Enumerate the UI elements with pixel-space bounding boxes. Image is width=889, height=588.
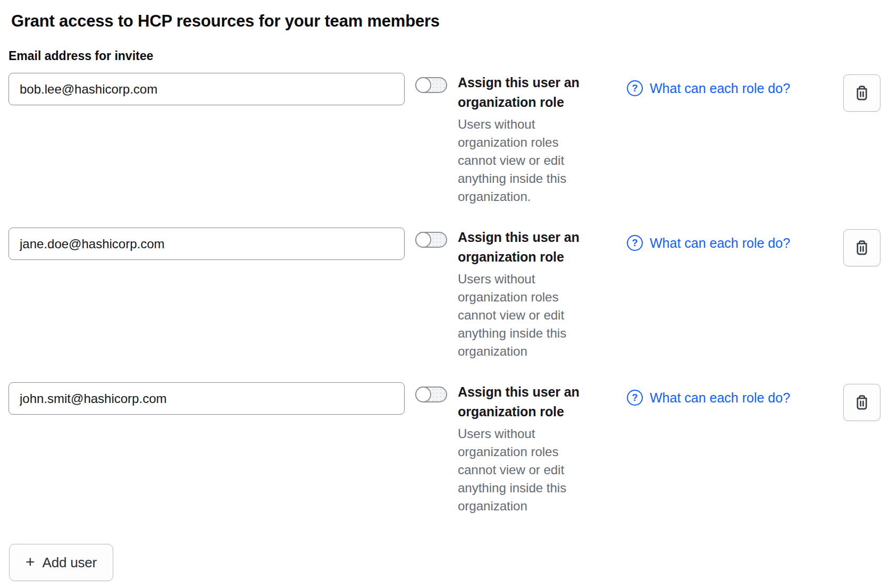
invite-row: Assign this user an organization role Us… [9,382,880,515]
role-help-link[interactable]: ? What can each role do? [627,80,831,96]
delete-row-button[interactable] [843,384,880,421]
assign-role-title: Assign this user an organization role [458,382,597,422]
assign-role-description: Users without organization roles cannot … [458,115,597,206]
assign-role-title: Assign this user an organization role [458,73,597,112]
question-circle-icon: ? [627,80,643,96]
org-role-toggle[interactable] [415,387,447,402]
role-help-label: What can each role do? [650,390,790,406]
toggle-knob-icon [415,387,431,402]
add-user-button[interactable]: + Add user [9,544,113,581]
assign-role-title: Assign this user an organization role [458,228,597,267]
toggle-knob-icon [415,232,431,248]
email-input[interactable] [9,382,405,415]
delete-row-button[interactable] [843,74,880,112]
trash-icon [853,84,871,102]
question-circle-icon: ? [627,390,643,406]
role-help-label: What can each role do? [650,236,790,251]
role-help-link[interactable]: ? What can each role do? [627,235,831,251]
assign-role-text: Assign this user an organization role Us… [458,228,597,360]
email-input[interactable] [9,228,405,260]
trash-icon [853,393,871,411]
trash-icon [853,239,871,257]
org-role-toggle[interactable] [415,77,447,93]
page-title: Grant access to HCP resources for your t… [11,12,880,31]
invite-row: Assign this user an organization role Us… [9,73,880,206]
invite-row: Assign this user an organization role Us… [9,228,880,360]
org-role-toggle[interactable] [415,232,447,248]
invite-team-members-form: Grant access to HCP resources for your t… [0,0,889,588]
add-user-label: Add user [43,555,97,571]
delete-row-button[interactable] [843,229,880,266]
role-help-label: What can each role do? [650,81,790,96]
assign-role-text: Assign this user an organization role Us… [458,382,597,515]
email-input[interactable] [9,73,405,105]
role-help-link[interactable]: ? What can each role do? [627,390,831,406]
email-address-label: Email address for invitee [9,48,880,63]
plus-icon: + [26,554,35,570]
assign-role-description: Users without organization roles cannot … [458,425,597,515]
assign-role-text: Assign this user an organization role Us… [458,73,597,206]
assign-role-description: Users without organization roles cannot … [458,270,597,360]
question-circle-icon: ? [627,235,643,251]
toggle-knob-icon [415,77,431,93]
